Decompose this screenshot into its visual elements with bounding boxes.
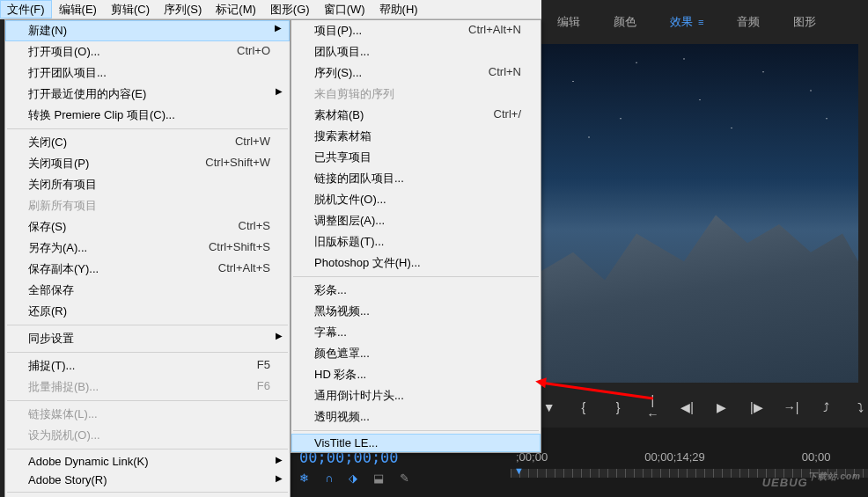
submenu-item-offline-file[interactable]: 脱机文件(O)... [291, 189, 541, 210]
submenu-arrow-icon: ▶ [276, 331, 283, 340]
workspace-tab-effects[interactable]: 效果≡ [670, 14, 703, 30]
menu-item-close[interactable]: 关闭(C)Ctrl+W [5, 132, 290, 153]
menu-graphics[interactable]: 图形(G) [263, 0, 317, 18]
marker-add-icon[interactable]: ▼ [541, 400, 556, 414]
lift-icon[interactable]: ⤴ [818, 400, 833, 414]
watermark: UEBUG下载站.com [762, 469, 861, 492]
menu-separator [7, 325, 288, 325]
extract-icon[interactable]: ⤵ [853, 400, 868, 414]
menu-item-adobe-story[interactable]: Adobe Story(R)▶ [5, 471, 290, 489]
menu-separator [293, 276, 539, 277]
menu-item-save-all[interactable]: 全部保存 [5, 280, 290, 301]
submenu-item-sequence-from-clip: 来自剪辑的序列 [291, 84, 541, 105]
menu-icon: ≡ [698, 17, 703, 27]
submenu-item-vistitle[interactable]: VisTitle LE... [291, 434, 541, 452]
step-forward-icon[interactable]: |▶ [749, 400, 764, 414]
menu-marker[interactable]: 标记(M) [209, 0, 263, 18]
submenu-item-black-video[interactable]: 黑场视频... [291, 301, 541, 322]
menu-sequence[interactable]: 序列(S) [157, 0, 209, 18]
menu-separator [293, 430, 539, 431]
menu-edit[interactable]: 编辑(E) [52, 0, 104, 18]
menu-window[interactable]: 窗口(W) [317, 0, 372, 18]
submenu-arrow-icon: ▶ [276, 86, 283, 96]
submenu-item-team-project[interactable]: 团队项目... [291, 41, 541, 62]
menu-item-link-media: 链接媒体(L)... [5, 404, 290, 425]
submenu-item-hd-bars[interactable]: HD 彩条... [291, 364, 541, 385]
menu-item-refresh-all-projects: 刷新所有项目 [5, 195, 290, 216]
submenu-item-sequence[interactable]: 序列(S)...Ctrl+N [291, 62, 541, 84]
submenu-item-legacy-title[interactable]: 旧版标题(T)... [291, 231, 541, 252]
file-menu-dropdown: 新建(N)▶ 打开项目(O)...Ctrl+O 打开团队项目... 打开最近使用… [4, 19, 291, 497]
submenu-item-linked-team-project[interactable]: 链接的团队项目... [291, 168, 541, 189]
menu-item-open-team-project[interactable]: 打开团队项目... [5, 62, 290, 84]
submenu-arrow-icon: ▶ [275, 23, 282, 33]
submenu-item-adjustment-layer[interactable]: 调整图层(A)... [291, 210, 541, 231]
menu-item-close-all-projects[interactable]: 关闭所有项目 [5, 174, 290, 195]
menu-item-new[interactable]: 新建(N)▶ [5, 20, 290, 41]
menu-item-save[interactable]: 保存(S)Ctrl+S [5, 216, 290, 238]
menu-separator [7, 128, 288, 129]
submenu-arrow-icon: ▶ [276, 455, 283, 464]
menu-separator [7, 449, 288, 449]
menu-separator [7, 352, 288, 353]
submenu-item-captions[interactable]: 字幕... [291, 322, 541, 343]
submenu-item-color-matte[interactable]: 颜色遮罩... [291, 343, 541, 364]
workspace-tab-edit[interactable]: 编辑 [557, 14, 580, 30]
mark-out-icon[interactable]: } [611, 400, 626, 414]
playhead-icon[interactable]: ▼ [514, 465, 524, 476]
menu-item-make-offline: 设为脱机(O)... [5, 425, 290, 446]
submenu-item-bars-tone[interactable]: 彩条... [291, 280, 541, 301]
menu-separator [7, 492, 288, 493]
settings-icon[interactable]: ✎ [400, 471, 409, 485]
timeline-tools: ❄ ∩ ⬗ ⬓ ✎ [298, 471, 504, 485]
menu-separator [7, 400, 288, 401]
submenu-item-search-bin[interactable]: 搜索素材箱 [291, 126, 541, 147]
menu-item-capture[interactable]: 捕捉(T)...F5 [5, 355, 290, 376]
submenu-item-bin[interactable]: 素材箱(B)Ctrl+/ [291, 105, 541, 126]
menu-item-sync-settings[interactable]: 同步设置▶ [5, 328, 290, 349]
submenu-item-transparent-video[interactable]: 透明视频... [291, 406, 541, 428]
workspace-tab-color[interactable]: 颜色 [614, 14, 636, 30]
workspace-tabs: 编辑 颜色 效果≡ 音频 图形 [541, 0, 868, 44]
ruler-label: 00;00 [802, 450, 831, 464]
marker-icon[interactable]: ⬓ [373, 471, 384, 485]
transport-controls: ▼ { } |← ◀| ▶ |▶ →| ⤴ ⤵ [541, 394, 868, 420]
magnet-icon[interactable]: ∩ [325, 471, 333, 485]
menu-item-revert[interactable]: 还原(R) [5, 301, 290, 322]
menu-file[interactable]: 文件(F) [0, 0, 52, 18]
menu-item-close-project[interactable]: 关闭项目(P)Ctrl+Shift+W [5, 153, 290, 174]
menu-item-open-recent[interactable]: 打开最近使用的内容(E)▶ [5, 84, 290, 105]
workspace-tab-graphics[interactable]: 图形 [793, 14, 816, 30]
submenu-item-photoshop-file[interactable]: Photoshop 文件(H)... [291, 252, 541, 274]
submenu-arrow-icon: ▶ [276, 473, 283, 483]
menu-item-save-as[interactable]: 另存为(A)...Ctrl+Shift+S [5, 238, 290, 259]
play-icon[interactable]: ▶ [714, 400, 729, 414]
menu-item-convert-clip[interactable]: 转换 Premiere Clip 项目(C)... [5, 105, 290, 126]
mark-in-icon[interactable]: { [576, 400, 591, 414]
menu-clip[interactable]: 剪辑(C) [104, 0, 157, 18]
submenu-item-shared-project[interactable]: 已共享项目 [291, 147, 541, 168]
ruler-label: 00;00;14;29 [644, 450, 705, 464]
linked-selection-icon[interactable]: ⬗ [349, 471, 357, 485]
menu-item-save-copy[interactable]: 保存副本(Y)...Ctrl+Alt+S [5, 259, 290, 280]
snap-icon[interactable]: ❄ [299, 471, 309, 485]
new-submenu-dropdown: 项目(P)...Ctrl+Alt+N 团队项目... 序列(S)...Ctrl+… [291, 19, 541, 453]
go-to-out-icon[interactable]: →| [783, 400, 799, 414]
program-monitor-viewer [541, 44, 858, 383]
workspace-tab-audio[interactable]: 音频 [737, 14, 760, 30]
menu-help[interactable]: 帮助(H) [372, 0, 425, 18]
menu-item-batch-capture: 批量捕捉(B)...F6 [5, 376, 290, 398]
menu-item-adobe-dynamic-link[interactable]: Adobe Dynamic Link(K)▶ [5, 452, 290, 471]
submenu-item-project[interactable]: 项目(P)...Ctrl+Alt+N [291, 20, 541, 41]
step-back-icon[interactable]: ◀| [680, 400, 695, 414]
submenu-item-universal-counting[interactable]: 通用倒计时片头... [291, 385, 541, 406]
menu-item-open-project[interactable]: 打开项目(O)...Ctrl+O [5, 41, 290, 62]
viewer-image [541, 44, 858, 230]
